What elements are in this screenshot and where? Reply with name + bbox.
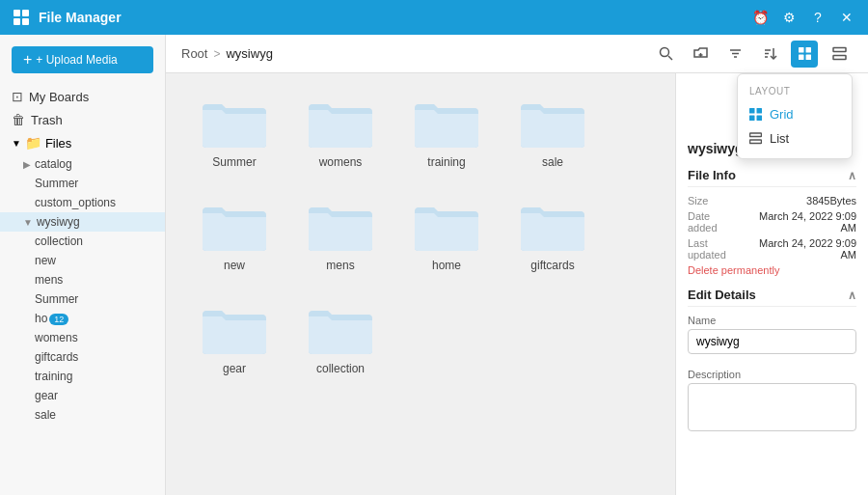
- folder-item-home[interactable]: home: [393, 192, 500, 280]
- svg-rect-17: [799, 55, 804, 61]
- folder-icon: [307, 200, 374, 253]
- folder-item-training[interactable]: training: [393, 89, 500, 177]
- folder-name: womens: [319, 155, 363, 169]
- breadcrumb-root[interactable]: Root: [181, 46, 207, 61]
- settings-icon[interactable]: ⚙: [779, 8, 799, 27]
- grid-icon: [749, 108, 762, 121]
- folder-icon: [201, 200, 268, 253]
- clock-icon[interactable]: ⏰: [750, 8, 770, 27]
- sort-button[interactable]: [756, 41, 783, 68]
- sidebar-tree-item-summer2[interactable]: Summer: [0, 289, 165, 309]
- sidebar-tree-item-catalog[interactable]: ▶ catalog: [0, 154, 165, 174]
- svg-rect-21: [749, 108, 755, 114]
- folder-item-summer[interactable]: Summer: [181, 89, 287, 177]
- folder-item-new[interactable]: new: [181, 192, 287, 280]
- chevron-down-icon: ▼: [12, 138, 21, 149]
- breadcrumb-current: wysiwyg: [226, 46, 272, 61]
- sidebar-tree-item-custom-options[interactable]: custom_options: [0, 193, 165, 212]
- sidebar-item-my-boards[interactable]: ⊡ My Boards: [0, 85, 165, 108]
- sidebar-tree-item-collection[interactable]: collection: [0, 232, 165, 251]
- folder-icon: [519, 200, 586, 253]
- sidebar-tree-item-summer[interactable]: Summer: [0, 174, 165, 193]
- folder-item-gear[interactable]: gear: [181, 295, 287, 383]
- search-button[interactable]: [652, 41, 679, 68]
- upload-label: + Upload Media: [36, 53, 117, 67]
- trash-icon: 🗑: [12, 112, 25, 127]
- new-folder-button[interactable]: [687, 41, 714, 68]
- sidebar-tree-item-giftcards[interactable]: giftcards: [0, 347, 165, 367]
- boards-icon: ⊡: [12, 89, 23, 104]
- svg-rect-24: [757, 115, 763, 121]
- folder-item-sale[interactable]: sale: [500, 89, 606, 177]
- folder-name: training: [427, 155, 465, 169]
- topbar-actions: ⏰ ⚙ ? ✕: [750, 8, 856, 27]
- svg-rect-1: [22, 10, 29, 16]
- sidebar-tree-item-sale[interactable]: sale: [0, 405, 165, 425]
- folder-item-womens[interactable]: womens: [287, 89, 393, 177]
- main-area: Root > wysiwyg: [166, 35, 868, 495]
- collapse-file-info-button[interactable]: ∧: [848, 169, 856, 182]
- sidebar-tree-item-mens[interactable]: mens: [0, 270, 165, 289]
- help-icon[interactable]: ?: [808, 8, 827, 27]
- svg-rect-22: [757, 108, 763, 114]
- folder-icon: [307, 96, 374, 150]
- folder-name: home: [432, 259, 461, 272]
- grid-view-button[interactable]: [791, 41, 818, 68]
- breadcrumb-bar: Root > wysiwyg: [166, 35, 868, 73]
- description-field-input[interactable]: [688, 383, 856, 431]
- folder-name: Summer: [212, 155, 256, 169]
- folder-item-collection[interactable]: collection: [287, 295, 393, 383]
- sidebar-tree-item-training[interactable]: training: [0, 367, 165, 386]
- sidebar-tree-item-new[interactable]: new: [0, 251, 165, 270]
- my-boards-label: My Boards: [29, 90, 89, 104]
- layout-option-grid[interactable]: Grid: [738, 102, 852, 126]
- folder-icon: [201, 96, 268, 150]
- folder-name: sale: [542, 155, 563, 169]
- delete-permanently-link[interactable]: Delete permanently: [688, 264, 856, 276]
- svg-rect-15: [799, 47, 804, 53]
- edit-details-section: Edit Details ∧ Name Description: [688, 288, 856, 434]
- folder-item-giftcards[interactable]: giftcards: [500, 192, 606, 280]
- edit-details-header: Edit Details ∧: [688, 288, 856, 307]
- svg-rect-25: [750, 133, 762, 137]
- files-label: Files: [45, 136, 71, 151]
- upload-media-button[interactable]: + + Upload Media: [12, 46, 153, 73]
- files-icon: 📁: [25, 135, 41, 151]
- file-grid: Summer womens training sale new mens: [166, 73, 675, 495]
- svg-rect-19: [833, 48, 846, 52]
- plus-icon: +: [23, 52, 32, 68]
- app-layout: + + Upload Media ⊡ My Boards 🗑 Trash ▼ 📁…: [0, 35, 868, 495]
- sidebar-tree-item-womens[interactable]: womens: [0, 328, 165, 347]
- folder-icon: [307, 303, 374, 356]
- breadcrumb-separator: >: [213, 47, 220, 61]
- sidebar-tree-item-gear[interactable]: gear: [0, 386, 165, 405]
- catalog-label: catalog: [35, 157, 72, 171]
- filter-button[interactable]: [721, 41, 748, 68]
- list-view-button[interactable]: [826, 41, 853, 68]
- name-field-input[interactable]: [688, 329, 856, 354]
- folder-name: collection: [316, 362, 365, 375]
- folder-item-mens[interactable]: mens: [287, 192, 393, 280]
- folder-icon: [413, 96, 480, 150]
- svg-rect-3: [22, 18, 29, 25]
- collapse-edit-details-button[interactable]: ∧: [848, 289, 856, 302]
- svg-rect-26: [750, 140, 762, 144]
- svg-rect-23: [749, 115, 755, 121]
- description-field-label: Description: [688, 369, 856, 380]
- folder-name: giftcards: [530, 259, 574, 272]
- sidebar-item-files[interactable]: ▼ 📁 Files: [0, 131, 165, 154]
- file-info-header: File Info ∧: [688, 168, 856, 187]
- folder-icon: [519, 96, 586, 150]
- close-icon[interactable]: ✕: [837, 8, 856, 27]
- name-field-label: Name: [688, 315, 856, 326]
- app-logo: [12, 8, 31, 27]
- sidebar-item-trash[interactable]: 🗑 Trash: [0, 108, 165, 131]
- layout-option-list[interactable]: List: [738, 126, 852, 151]
- sidebar-tree-item-home[interactable]: ho12: [0, 309, 165, 328]
- folder-name: gear: [223, 362, 246, 375]
- layout-label: LAYOUT: [738, 82, 852, 102]
- svg-line-5: [668, 56, 672, 60]
- svg-rect-20: [833, 56, 846, 60]
- sidebar-tree-item-wysiwyg[interactable]: ▼ wysiwyg: [0, 212, 165, 232]
- svg-rect-2: [14, 18, 20, 25]
